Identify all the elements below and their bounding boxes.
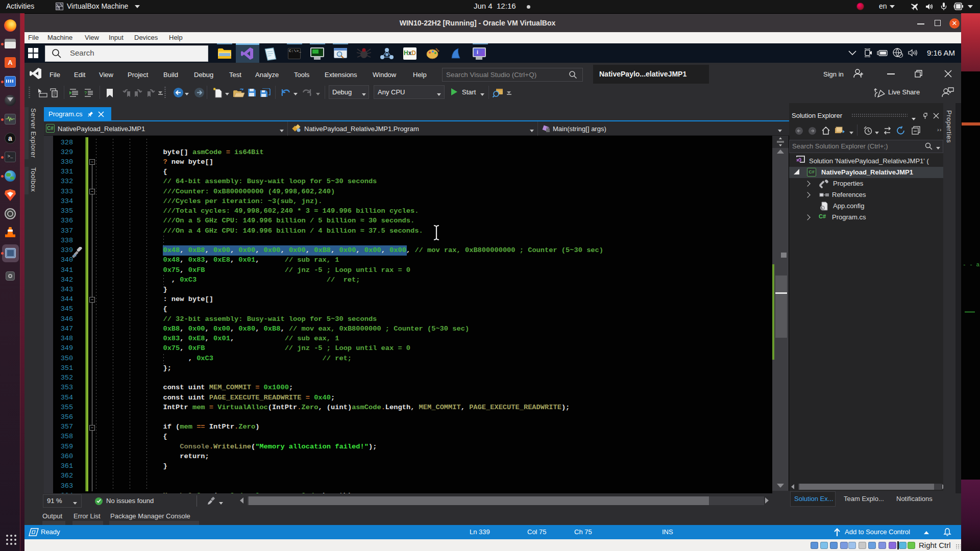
svg-text:?: ? [84, 91, 87, 96]
